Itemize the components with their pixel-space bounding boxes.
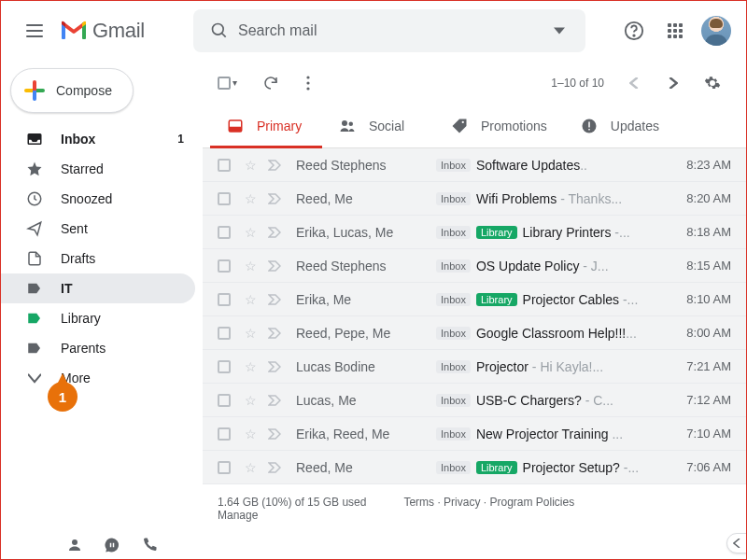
importance-icon[interactable] xyxy=(268,294,283,305)
email-row[interactable]: ☆Erika, MeInboxLibraryProjector Cables -… xyxy=(203,283,746,316)
star-icon[interactable]: ☆ xyxy=(242,359,259,374)
search-container xyxy=(193,9,585,52)
star-icon[interactable]: ☆ xyxy=(242,191,259,206)
terms-link[interactable]: Terms xyxy=(403,496,434,509)
sender-text: Reed Stephens xyxy=(296,158,436,173)
next-page-button[interactable] xyxy=(655,64,692,102)
row-checkbox[interactable] xyxy=(218,293,231,306)
account-button[interactable] xyxy=(698,12,735,49)
search-options-dropdown-icon[interactable] xyxy=(541,25,578,36)
time-text: 7:12 AM xyxy=(671,393,731,407)
sent-icon xyxy=(25,219,44,238)
row-checkbox[interactable] xyxy=(218,192,231,205)
row-checkbox[interactable] xyxy=(218,461,231,474)
sidebar-item-starred[interactable]: Starred xyxy=(1,154,195,184)
drafts-icon xyxy=(25,249,44,268)
compose-button[interactable]: Compose xyxy=(10,68,134,113)
hangouts-chat-icon[interactable] xyxy=(104,537,120,553)
prev-page-button[interactable] xyxy=(615,64,653,102)
tab-updates[interactable]: Updates xyxy=(564,105,676,147)
importance-icon[interactable] xyxy=(268,361,283,372)
inbox-badge: Inbox xyxy=(436,192,471,205)
select-all-control[interactable]: ▾ xyxy=(218,77,237,90)
checkbox-icon xyxy=(218,77,231,90)
row-checkbox[interactable] xyxy=(218,259,231,273)
email-row[interactable]: ☆Reed, MeInboxWifi Problems - Thanks...8… xyxy=(203,182,746,216)
sidebar-item-more[interactable]: More xyxy=(1,363,195,393)
subject-text: New Projector Training ... xyxy=(476,427,623,441)
email-row[interactable]: ☆Reed StephensInboxSoftware Updates..8:2… xyxy=(203,148,746,182)
svg-point-7 xyxy=(306,76,309,78)
star-icon[interactable]: ☆ xyxy=(242,427,259,441)
star-icon[interactable]: ☆ xyxy=(242,158,259,173)
search-input[interactable] xyxy=(238,22,541,39)
side-panel-toggle[interactable] xyxy=(726,533,747,553)
importance-icon[interactable] xyxy=(268,193,283,204)
star-icon[interactable]: ☆ xyxy=(242,225,259,240)
sidebar-item-label: Sent xyxy=(61,221,88,236)
inbox-badge: Inbox xyxy=(436,360,471,373)
importance-icon[interactable] xyxy=(268,462,283,473)
row-checkbox[interactable] xyxy=(218,226,231,239)
importance-icon[interactable] xyxy=(268,428,283,440)
more-button[interactable] xyxy=(289,64,327,102)
subject-text: Projector Cables -... xyxy=(523,292,639,307)
importance-icon[interactable] xyxy=(268,260,283,272)
email-row[interactable]: ☆Erika, Reed, MeInboxNew Projector Train… xyxy=(203,417,746,451)
policies-link[interactable]: Program Policies xyxy=(489,496,574,509)
sidebar-item-label: IT xyxy=(61,281,72,296)
importance-icon[interactable] xyxy=(268,395,283,406)
svg-point-5 xyxy=(633,35,634,35)
email-row[interactable]: ☆Reed, Pepe, MeInboxGoogle Classroom Hel… xyxy=(203,316,746,350)
star-icon[interactable]: ☆ xyxy=(242,326,259,341)
sidebar-item-inbox[interactable]: Inbox 1 xyxy=(1,124,195,154)
hangouts-contacts-icon[interactable] xyxy=(66,537,83,553)
row-checkbox[interactable] xyxy=(218,360,231,373)
google-apps-button[interactable] xyxy=(656,12,694,49)
bottom-bar xyxy=(1,531,746,559)
row-checkbox[interactable] xyxy=(218,394,231,407)
subject-wrap: InboxLibraryLibrary Printers -... xyxy=(436,225,671,240)
tab-promotions[interactable]: Promotions xyxy=(434,105,564,147)
star-icon[interactable]: ☆ xyxy=(242,393,259,408)
sidebar-item-it[interactable]: IT xyxy=(1,273,195,303)
tab-primary[interactable]: Primary xyxy=(210,105,322,147)
star-icon[interactable]: ☆ xyxy=(242,292,259,307)
tab-social[interactable]: Social xyxy=(322,105,434,147)
manage-storage-link[interactable]: Manage xyxy=(218,509,258,522)
inbox-badge: Inbox xyxy=(436,293,471,306)
refresh-button[interactable] xyxy=(252,64,289,102)
footer: 1.64 GB (10%) of 15 GB used Manage Terms… xyxy=(203,484,746,533)
sidebar-item-parents[interactable]: Parents xyxy=(1,333,195,363)
importance-icon[interactable] xyxy=(268,227,283,238)
row-checkbox[interactable] xyxy=(218,327,231,340)
tab-label: Updates xyxy=(611,119,659,133)
search-icon[interactable] xyxy=(201,21,238,40)
row-checkbox[interactable] xyxy=(218,427,231,441)
email-row[interactable]: ☆Lucas BodineInboxProjector - Hi Kayla!.… xyxy=(203,350,746,384)
settings-button[interactable] xyxy=(694,64,731,102)
sidebar-item-drafts[interactable]: Drafts xyxy=(1,244,195,273)
gmail-logo[interactable]: Gmail xyxy=(61,19,145,43)
inbox-badge: Inbox xyxy=(436,461,471,474)
main-menu-button[interactable] xyxy=(12,8,57,53)
email-row[interactable]: ☆Reed StephensInboxOS Update Policy - J.… xyxy=(203,249,746,283)
star-icon[interactable]: ☆ xyxy=(242,460,259,475)
support-button[interactable] xyxy=(615,12,653,49)
row-checkbox[interactable] xyxy=(218,159,231,172)
star-icon[interactable]: ☆ xyxy=(242,259,259,273)
sidebar-item-sent[interactable]: Sent xyxy=(1,214,195,244)
sidebar-item-library[interactable]: Library xyxy=(1,303,195,333)
primary-tab-icon xyxy=(227,118,244,134)
importance-icon[interactable] xyxy=(268,328,283,339)
email-row[interactable]: ☆Erika, Lucas, MeInboxLibraryLibrary Pri… xyxy=(203,216,746,249)
sidebar-item-snoozed[interactable]: Snoozed xyxy=(1,184,195,214)
email-row[interactable]: ☆Lucas, MeInboxUSB-C Chargers? - C...7:1… xyxy=(203,384,746,417)
privacy-link[interactable]: Privacy xyxy=(444,496,480,509)
importance-icon[interactable] xyxy=(268,160,283,171)
subject-wrap: InboxLibraryProjector Setup? -... xyxy=(436,460,671,475)
subject-wrap: InboxProjector - Hi Kayla!... xyxy=(436,359,671,374)
phone-icon[interactable] xyxy=(141,537,158,553)
search-bar[interactable] xyxy=(193,9,585,52)
email-row[interactable]: ☆Reed, MeInboxLibraryProjector Setup? -.… xyxy=(203,451,746,484)
